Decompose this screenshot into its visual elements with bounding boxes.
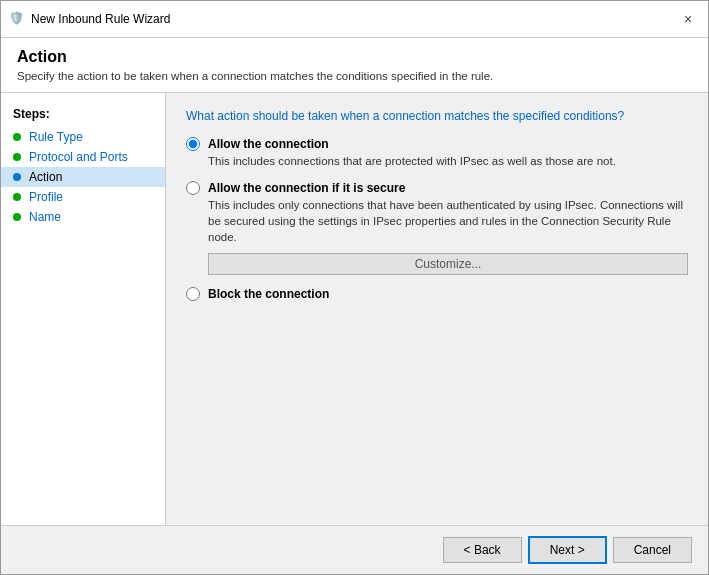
back-button[interactable]: < Back bbox=[443, 537, 522, 563]
sidebar-item-profile[interactable]: Profile bbox=[1, 187, 165, 207]
sidebar-item-protocol-ports[interactable]: Protocol and Ports bbox=[1, 147, 165, 167]
header-section: Action Specify the action to be taken wh… bbox=[1, 38, 708, 93]
sidebar-item-name[interactable]: Name bbox=[1, 207, 165, 227]
window-title: New Inbound Rule Wizard bbox=[31, 12, 676, 26]
option-allow-secure-desc: This includes only connections that have… bbox=[208, 197, 688, 245]
sidebar-item-label: Protocol and Ports bbox=[29, 150, 128, 164]
next-button[interactable]: Next > bbox=[528, 536, 607, 564]
title-bar: 🛡️ New Inbound Rule Wizard × bbox=[1, 1, 708, 38]
dot-icon bbox=[13, 173, 21, 181]
dot-icon bbox=[13, 153, 21, 161]
customize-button[interactable]: Customize... bbox=[208, 253, 688, 275]
option-block-label[interactable]: Block the connection bbox=[208, 287, 329, 301]
content-area: Steps: Rule Type Protocol and Ports Acti… bbox=[1, 93, 708, 525]
sidebar-item-action[interactable]: Action bbox=[1, 167, 165, 187]
option-allow-secure-label[interactable]: Allow the connection if it is secure bbox=[208, 181, 405, 195]
sidebar-item-label: Rule Type bbox=[29, 130, 83, 144]
option-allow-label[interactable]: Allow the connection bbox=[208, 137, 329, 151]
close-button[interactable]: × bbox=[676, 7, 700, 31]
radio-group: Allow the connection This includes conne… bbox=[186, 137, 688, 301]
header-subtitle: Specify the action to be taken when a co… bbox=[17, 70, 692, 82]
sidebar-item-label: Action bbox=[29, 170, 62, 184]
radio-block[interactable] bbox=[186, 287, 200, 301]
window-icon: 🛡️ bbox=[9, 11, 25, 27]
dot-icon bbox=[13, 193, 21, 201]
question-text: What action should be taken when a conne… bbox=[186, 109, 688, 123]
option-allow-row: Allow the connection bbox=[186, 137, 688, 151]
footer: < Back Next > Cancel bbox=[1, 525, 708, 574]
page-title: Action bbox=[17, 48, 692, 66]
sidebar-item-label: Name bbox=[29, 210, 61, 224]
sidebar: Steps: Rule Type Protocol and Ports Acti… bbox=[1, 93, 166, 525]
option-block-row: Block the connection bbox=[186, 287, 688, 301]
sidebar-item-rule-type[interactable]: Rule Type bbox=[1, 127, 165, 147]
option-allow: Allow the connection This includes conne… bbox=[186, 137, 688, 169]
dot-icon bbox=[13, 213, 21, 221]
dot-icon bbox=[13, 133, 21, 141]
option-block: Block the connection bbox=[186, 287, 688, 301]
option-allow-desc: This includes connections that are prote… bbox=[208, 153, 688, 169]
cancel-button[interactable]: Cancel bbox=[613, 537, 692, 563]
steps-label: Steps: bbox=[1, 103, 165, 127]
main-panel: What action should be taken when a conne… bbox=[166, 93, 708, 525]
option-allow-secure: Allow the connection if it is secure Thi… bbox=[186, 181, 688, 275]
radio-allow-secure[interactable] bbox=[186, 181, 200, 195]
sidebar-item-label: Profile bbox=[29, 190, 63, 204]
radio-allow[interactable] bbox=[186, 137, 200, 151]
option-allow-secure-row: Allow the connection if it is secure bbox=[186, 181, 688, 195]
wizard-window: 🛡️ New Inbound Rule Wizard × Action Spec… bbox=[0, 0, 709, 575]
